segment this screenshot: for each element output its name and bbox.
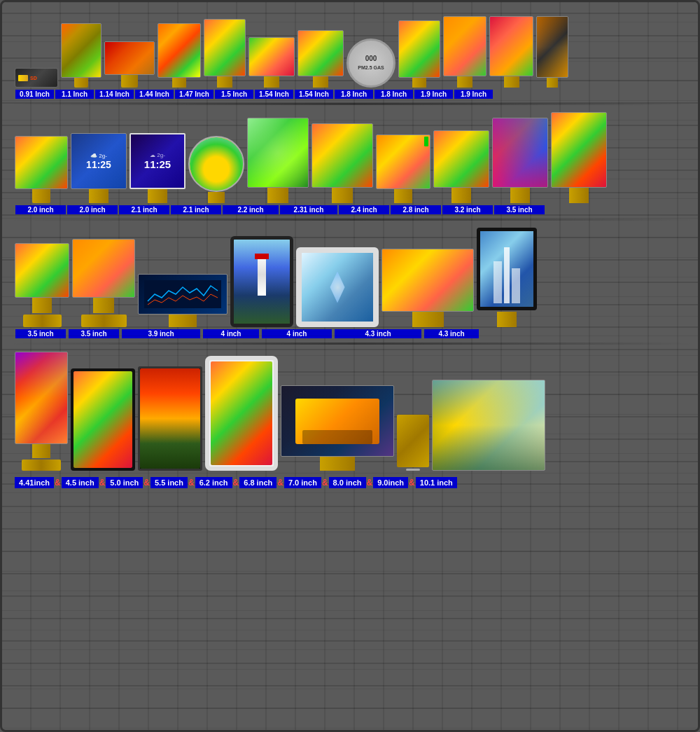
label-2.2: 2.2 inch (223, 205, 279, 214)
label-1.44: 1.44 Inch (135, 90, 174, 99)
sep-9: & (408, 478, 416, 488)
label-2.0b: 2.0 inch (67, 205, 118, 214)
display-row-1: SD (9, 9, 691, 89)
display-item-3.5b[interactable] (15, 243, 69, 327)
display-item-1.54b[interactable]: 000PM2.5 GAS (346, 39, 396, 88)
display-item-2.0b[interactable]: ☁️ 2g- 11:25 (71, 133, 127, 203)
label-3.5c: 3.5 inch (69, 329, 119, 338)
sep-6: & (276, 478, 284, 488)
display-item-1.8a[interactable] (398, 20, 440, 88)
display-item-5.0[interactable] (138, 366, 202, 471)
display-item-1.44[interactable] (158, 23, 201, 88)
display-item-6.8[interactable] (397, 415, 429, 471)
label-2.4: 2.4 inch (339, 205, 389, 214)
label-1.14: 1.14 Inch (95, 90, 134, 99)
label-2.1a: 2.1 inch (119, 205, 169, 214)
label-3.5a: 3.5 inch (494, 205, 545, 214)
display-item-1.47[interactable] (204, 19, 246, 88)
display-item-1.9b[interactable] (536, 16, 568, 88)
display-item-3.5c[interactable] (72, 239, 135, 327)
display-item-4.3b[interactable] (477, 228, 537, 327)
label-2.1b: 2.1 inch (171, 205, 221, 214)
display-item-4.5[interactable] (71, 368, 135, 471)
display-item-2.0a[interactable] (15, 136, 68, 203)
sep-4: & (188, 478, 195, 488)
label-4a: 4 inch (203, 329, 259, 338)
divider-2 (9, 219, 695, 221)
display-item-1.1[interactable] (61, 23, 102, 88)
display-item-3.2[interactable] (492, 118, 548, 203)
display-row-4 (9, 346, 691, 472)
display-row-2: ☁️ 2g- 11:25 ☁ 2g- 11:25 (9, 106, 691, 205)
display-item-1.5[interactable] (248, 37, 295, 88)
label-4.41: 4.41inch (15, 477, 54, 488)
display-item-2.1a[interactable]: ☁ 2g- 11:25 (130, 133, 186, 203)
display-item-1.54a[interactable] (298, 30, 344, 88)
label-6.8: 6.8 inch (239, 477, 276, 488)
label-1.54b: 1.54 Inch (295, 90, 333, 99)
label-4.5: 4.5 inch (62, 477, 99, 488)
labels-row-3: 3.5 inch 3.5 inch 3.9 inch 4 inch 4 inch… (9, 329, 691, 341)
label-6.2: 6.2 inch (195, 477, 232, 488)
label-5.0: 5.0 inch (106, 477, 143, 488)
display-row-3 (9, 222, 691, 329)
sep-3: & (143, 478, 150, 488)
label-4b: 4 inch (262, 329, 332, 338)
display-item-6.2[interactable] (281, 385, 394, 471)
sep-1: & (54, 478, 62, 488)
label-2.8: 2.8 inch (391, 205, 441, 214)
display-item-4.41[interactable] (15, 352, 68, 471)
sep-2: & (99, 478, 106, 488)
label-1.5: 1.5 Inch (215, 90, 253, 99)
sep-7: & (321, 478, 329, 488)
label-1.8a: 1.8 Inch (335, 90, 373, 99)
label-1.54a: 1.54 Inch (255, 90, 293, 99)
label-1.1: 1.1 Inch (55, 90, 94, 99)
label-3.2: 3.2 inch (442, 205, 493, 214)
final-labels-row: 4.41inch & 4.5 inch & 5.0 inch & 5.5 inc… (9, 475, 691, 490)
divider-1 (9, 103, 695, 105)
sep-5: & (232, 478, 240, 488)
label-1.9b: 1.9 Inch (454, 90, 493, 99)
display-item-2.31[interactable] (312, 123, 373, 203)
display-item-0.91[interactable]: SD (15, 68, 58, 88)
label-3.5b: 3.5 inch (15, 329, 66, 338)
label-4.3a: 4.3 inch (335, 329, 421, 338)
label-5.5: 5.5 inch (150, 477, 188, 488)
divider-3 (9, 343, 695, 345)
display-item-7.0[interactable] (432, 380, 545, 471)
label-0.91: 0.91 Inch (15, 90, 54, 99)
display-item-2.4[interactable] (376, 134, 430, 203)
display-item-1.8b[interactable] (443, 16, 486, 88)
label-7.0: 7.0 inch (284, 477, 321, 488)
display-item-1.9a[interactable] (489, 16, 533, 88)
display-item-3.9[interactable] (138, 274, 227, 327)
label-8.0: 8.0 inch (329, 477, 366, 488)
label-10.1: 10.1 inch (416, 477, 457, 488)
display-item-4a[interactable] (230, 236, 293, 327)
display-item-1.14[interactable] (104, 41, 155, 88)
labels-row-2: 2.0 inch 2.0 inch 2.1 inch 2.1 inch 2.2 … (9, 205, 691, 217)
display-item-4b[interactable] (296, 247, 379, 327)
label-1.9a: 1.9 Inch (414, 90, 453, 99)
label-9.0: 9.0inch (373, 477, 408, 488)
label-3.9: 3.9 inch (122, 329, 200, 338)
display-item-5.5[interactable] (205, 356, 278, 471)
label-4.3b: 4.3 inch (424, 329, 479, 338)
labels-row-1: 0.91 Inch 1.1 Inch 1.14 Inch 1.44 Inch 1… (9, 89, 691, 102)
display-item-3.5a[interactable] (551, 112, 607, 203)
display-item-4.3a[interactable] (382, 249, 474, 327)
label-1.47: 1.47 Inch (175, 90, 214, 99)
label-1.8b: 1.8 Inch (374, 90, 413, 99)
label-2.31: 2.31 inch (280, 205, 337, 214)
sep-8: & (366, 478, 374, 488)
label-2.0a: 2.0 inch (15, 205, 66, 214)
main-container: SD (0, 0, 700, 732)
display-item-2.2[interactable] (247, 118, 309, 203)
display-item-2.1b[interactable] (188, 136, 244, 203)
display-item-2.8[interactable] (433, 130, 489, 203)
